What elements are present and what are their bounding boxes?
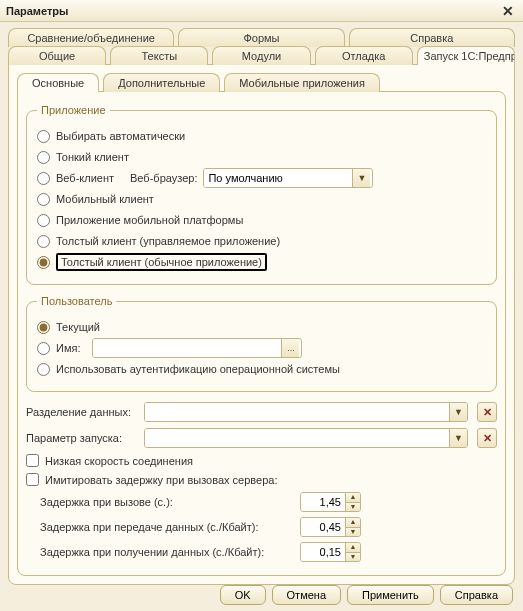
tab-compare[interactable]: Сравнение/объединение bbox=[8, 28, 174, 47]
delay-call-spin[interactable]: ▲ ▼ bbox=[300, 492, 361, 512]
web-browser-value[interactable] bbox=[204, 169, 352, 187]
lowspeed-row[interactable]: Низкая скорость соединения bbox=[26, 454, 497, 467]
radio-name-label: Имя: bbox=[56, 342, 80, 354]
radio-osauth[interactable] bbox=[37, 363, 50, 376]
app-group: Приложение Выбирать автоматически Тонкий… bbox=[26, 104, 497, 285]
web-browser-combo[interactable]: ▼ bbox=[203, 168, 373, 188]
ok-button[interactable]: OK bbox=[220, 585, 266, 605]
user-group: Пользователь Текущий Имя: ... Использова… bbox=[26, 295, 497, 392]
more-icon[interactable]: ... bbox=[281, 339, 299, 357]
imitate-label: Имитировать задержку при вызовах сервера… bbox=[45, 474, 277, 486]
delay-send-row: Задержка при передаче данных (с./Кбайт):… bbox=[40, 517, 497, 537]
delay-send-label: Задержка при передаче данных (с./Кбайт): bbox=[40, 521, 300, 533]
radio-thick-managed[interactable] bbox=[37, 235, 50, 248]
user-legend: Пользователь bbox=[37, 295, 116, 307]
delay-recv-row: Задержка при получении данных (с./Кбайт)… bbox=[40, 542, 497, 562]
imitate-checkbox[interactable] bbox=[26, 473, 39, 486]
cancel-button[interactable]: Отмена bbox=[272, 585, 341, 605]
launch-panel: Основные Дополнительные Мобильные прилож… bbox=[8, 64, 515, 585]
user-name-combo[interactable]: ... bbox=[92, 338, 302, 358]
radio-thin-label: Тонкий клиент bbox=[56, 151, 129, 163]
radio-auto-row[interactable]: Выбирать автоматически bbox=[37, 127, 486, 145]
radio-auto[interactable] bbox=[37, 130, 50, 143]
imitate-row[interactable]: Имитировать задержку при вызовах сервера… bbox=[26, 473, 497, 486]
tab-forms[interactable]: Формы bbox=[178, 28, 344, 47]
radio-web[interactable] bbox=[37, 172, 50, 185]
radio-mobile-platform-label: Приложение мобильной платформы bbox=[56, 214, 243, 226]
radio-web-row[interactable]: Веб-клиент Веб-браузер: ▼ bbox=[37, 169, 486, 187]
radio-thick-ordinary[interactable] bbox=[37, 256, 50, 269]
apply-button[interactable]: Применить bbox=[347, 585, 434, 605]
radio-auto-label: Выбирать автоматически bbox=[56, 130, 185, 142]
delay-call-label: Задержка при вызове (с.): bbox=[40, 496, 300, 508]
subtab-mobile[interactable]: Мобильные приложения bbox=[224, 73, 380, 92]
content: Сравнение/объединение Формы Справка Общи… bbox=[0, 22, 523, 589]
radio-name[interactable] bbox=[37, 342, 50, 355]
subtab-main[interactable]: Основные bbox=[17, 73, 99, 92]
tab-texts[interactable]: Тексты bbox=[110, 46, 208, 65]
split-dropdown-icon[interactable]: ▼ bbox=[449, 403, 467, 421]
radio-thick-ordinary-label: Толстый клиент (обычное приложение) bbox=[61, 256, 262, 268]
app-legend: Приложение bbox=[37, 104, 110, 116]
radio-thin-row[interactable]: Тонкий клиент bbox=[37, 148, 486, 166]
delay-recv-spin[interactable]: ▲ ▼ bbox=[300, 542, 361, 562]
spin-down-icon[interactable]: ▼ bbox=[346, 552, 360, 561]
launch-param-row: Параметр запуска: ▼ ✕ bbox=[26, 428, 497, 448]
tab-general[interactable]: Общие bbox=[8, 46, 106, 65]
radio-thick-ordinary-row[interactable]: Толстый клиент (обычное приложение) bbox=[37, 253, 486, 271]
tabs-row-1: Сравнение/объединение Формы Справка bbox=[8, 28, 515, 47]
split-combo[interactable]: ▼ bbox=[144, 402, 468, 422]
radio-osauth-label: Использовать аутентификацию операционной… bbox=[56, 363, 340, 375]
launch-param-input[interactable] bbox=[145, 429, 449, 447]
radio-current-row[interactable]: Текущий bbox=[37, 318, 486, 336]
dropdown-icon[interactable]: ▼ bbox=[352, 169, 370, 187]
spin-down-icon[interactable]: ▼ bbox=[346, 502, 360, 511]
tab-help-top[interactable]: Справка bbox=[349, 28, 515, 47]
titlebar: Параметры ✕ bbox=[0, 0, 523, 22]
lowspeed-checkbox[interactable] bbox=[26, 454, 39, 467]
radio-osauth-row[interactable]: Использовать аутентификацию операционной… bbox=[37, 360, 486, 378]
user-name-input[interactable] bbox=[93, 339, 281, 357]
spin-down-icon[interactable]: ▼ bbox=[346, 527, 360, 536]
split-clear-button[interactable]: ✕ bbox=[477, 402, 497, 422]
split-label: Разделение данных: bbox=[26, 406, 138, 418]
delay-recv-input[interactable] bbox=[301, 543, 345, 561]
radio-current-label: Текущий bbox=[56, 321, 100, 333]
radio-thick-ordinary-highlight: Толстый клиент (обычное приложение) bbox=[56, 253, 267, 271]
subtab-additional[interactable]: Дополнительные bbox=[103, 73, 220, 92]
radio-mobile[interactable] bbox=[37, 193, 50, 206]
radio-mobile-label: Мобильный клиент bbox=[56, 193, 154, 205]
launch-param-dropdown-icon[interactable]: ▼ bbox=[449, 429, 467, 447]
radio-mobile-row[interactable]: Мобильный клиент bbox=[37, 190, 486, 208]
radio-thick-managed-label: Толстый клиент (управляемое приложение) bbox=[56, 235, 280, 247]
launch-param-clear-button[interactable]: ✕ bbox=[477, 428, 497, 448]
radio-mobile-platform-row[interactable]: Приложение мобильной платформы bbox=[37, 211, 486, 229]
delay-send-spin[interactable]: ▲ ▼ bbox=[300, 517, 361, 537]
close-icon[interactable]: ✕ bbox=[499, 3, 517, 19]
spin-up-icon[interactable]: ▲ bbox=[346, 543, 360, 552]
launch-param-label: Параметр запуска: bbox=[26, 432, 138, 444]
delay-call-input[interactable] bbox=[301, 493, 345, 511]
main-subpanel: Приложение Выбирать автоматически Тонкий… bbox=[17, 91, 506, 576]
delay-call-row: Задержка при вызове (с.): ▲ ▼ bbox=[40, 492, 497, 512]
radio-thin[interactable] bbox=[37, 151, 50, 164]
radio-mobile-platform[interactable] bbox=[37, 214, 50, 227]
delay-send-input[interactable] bbox=[301, 518, 345, 536]
tab-debug[interactable]: Отладка bbox=[315, 46, 413, 65]
split-input[interactable] bbox=[145, 403, 449, 421]
radio-name-row[interactable]: Имя: ... bbox=[37, 339, 486, 357]
radio-thick-managed-row[interactable]: Толстый клиент (управляемое приложение) bbox=[37, 232, 486, 250]
tab-modules[interactable]: Модули bbox=[212, 46, 310, 65]
radio-current[interactable] bbox=[37, 321, 50, 334]
split-row: Разделение данных: ▼ ✕ bbox=[26, 402, 497, 422]
launch-param-combo[interactable]: ▼ bbox=[144, 428, 468, 448]
lowspeed-label: Низкая скорость соединения bbox=[45, 455, 193, 467]
help-button[interactable]: Справка bbox=[440, 585, 513, 605]
window-title: Параметры bbox=[6, 5, 68, 17]
spin-up-icon[interactable]: ▲ bbox=[346, 493, 360, 502]
tab-launch[interactable]: Запуск 1С:Предприятия bbox=[417, 46, 515, 65]
delay-recv-label: Задержка при получении данных (с./Кбайт)… bbox=[40, 546, 300, 558]
subtabs: Основные Дополнительные Мобильные прилож… bbox=[17, 73, 506, 92]
footer-buttons: OK Отмена Применить Справка bbox=[220, 585, 513, 605]
spin-up-icon[interactable]: ▲ bbox=[346, 518, 360, 527]
